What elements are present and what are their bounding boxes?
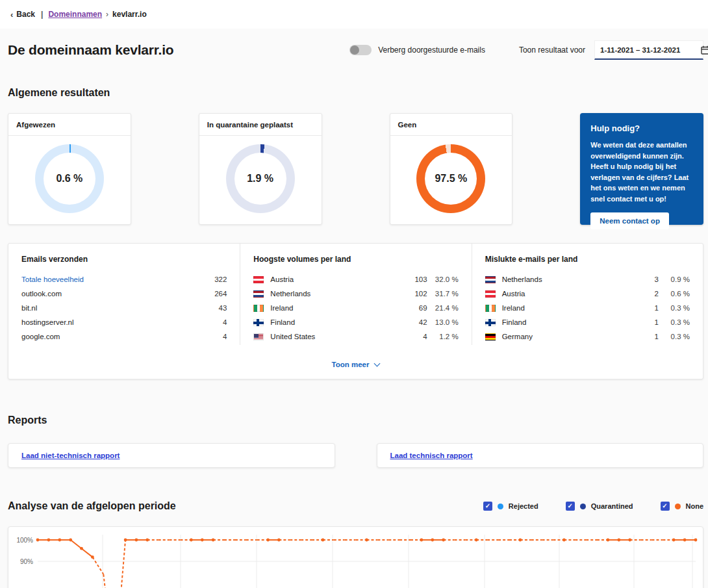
page-title: De domeinnaam kevlarr.io: [8, 42, 173, 58]
stat-count: 69: [404, 304, 427, 312]
report-card: Laad niet-technisch rapport: [8, 443, 335, 468]
stat-row: Ireland 6921.4 %: [253, 301, 458, 315]
show-more-button[interactable]: Toon meer: [8, 345, 703, 379]
donut-chart: 0.6 %: [35, 144, 104, 213]
chevron-down-icon: [374, 360, 381, 366]
at-flag-icon: [485, 290, 496, 298]
legend-item-rejected: ✓ Rejected: [483, 502, 538, 511]
analysis-chart-card: 100%90%: [8, 526, 703, 588]
legend-label: None: [686, 502, 704, 510]
breadcrumb-separator: |: [41, 10, 43, 19]
section-title-reports: Reports: [8, 415, 703, 426]
back-label: Back: [16, 10, 35, 19]
stat-label: Austria: [485, 290, 635, 298]
de-flag-icon: [485, 333, 496, 340]
donut-chart: 1.9 %: [226, 144, 295, 213]
stats-column: Mislukte e-mails per land Netherlands 30…: [472, 244, 703, 345]
chevron-left-icon: ‹: [10, 10, 13, 19]
legend-checkbox[interactable]: ✓: [483, 502, 492, 511]
general-results-grid: Afgewezen 0.6 % In quarantaine geplaatst…: [8, 113, 703, 225]
stat-percent: 0.3 %: [659, 318, 690, 326]
donut-value: 1.9 %: [247, 173, 273, 185]
legend-checkbox[interactable]: ✓: [566, 502, 575, 511]
fi-flag-icon: [253, 319, 264, 326]
stat-count: 4: [203, 318, 227, 326]
help-card: Hulp nodig? We weten dat deze aantallen …: [580, 113, 703, 225]
stat-count: 43: [203, 304, 227, 312]
stat-percent: 0.3 %: [659, 304, 690, 312]
nl-flag-icon: [253, 290, 264, 298]
stat-row: Finland 10.3 %: [485, 315, 690, 329]
stat-label: Ireland: [485, 304, 635, 312]
contact-button[interactable]: Neem contact op: [590, 212, 669, 229]
stat-row: outlook.com 264: [21, 287, 227, 301]
donut-card-title: In quarantaine geplaatst: [199, 114, 322, 136]
donut-value: 97.5 %: [435, 173, 467, 185]
legend-item-none: ✓ None: [661, 502, 704, 511]
nl-flag-icon: [485, 276, 496, 283]
analysis-line-chart: 100%90%: [8, 530, 703, 588]
legend-label: Quarantined: [591, 502, 633, 510]
legend-dot-icon: [580, 504, 586, 509]
stat-row: Ireland 10.3 %: [485, 301, 690, 315]
hide-forwarded-toggle[interactable]: [349, 45, 372, 55]
legend-checkbox[interactable]: ✓: [661, 502, 670, 511]
chevron-right-icon: ›: [106, 10, 108, 19]
stat-row: United States 41.2 %: [253, 329, 458, 344]
legend-dot-icon: [498, 504, 503, 509]
stat-label: Finland: [485, 318, 635, 326]
breadcrumb-link-domeinnamen[interactable]: Domeinnamen: [48, 10, 102, 19]
report-card: Laad technisch rapport: [377, 443, 704, 468]
ie-flag-icon: [485, 305, 496, 312]
stat-percent: 31.7 %: [427, 290, 459, 298]
stat-percent: 0.3 %: [659, 333, 690, 340]
svg-text:90%: 90%: [20, 558, 33, 565]
legend-dot-icon: [675, 504, 681, 509]
date-range-input[interactable]: [600, 46, 701, 54]
stat-count: 2: [635, 290, 659, 298]
help-card-body: We weten dat deze aantallen overweldigen…: [590, 140, 693, 204]
back-link[interactable]: ‹ Back: [10, 10, 35, 19]
stat-label: bit.nl: [21, 304, 203, 312]
email-stats-card: Emails verzonden Totale hoeveelheid 322 …: [8, 243, 703, 379]
report-download-link[interactable]: Laad technisch rapport: [390, 452, 473, 459]
stat-count: 1: [635, 304, 659, 312]
stat-row: Austria 10332.0 %: [253, 272, 458, 287]
stat-label: outlook.com: [21, 290, 203, 298]
date-range-field[interactable]: [594, 40, 703, 60]
stat-label: Ireland: [253, 304, 403, 312]
donut-card-title: Geen: [390, 114, 512, 136]
stat-row: Netherlands 30.9 %: [485, 272, 690, 287]
stat-percent: 0.6 %: [659, 290, 690, 298]
stat-label: Germany: [485, 333, 635, 340]
chart-legend: ✓ Rejected ✓ Quarantined ✓ None: [483, 502, 703, 511]
stat-count: 103: [404, 275, 427, 283]
stat-percent: 1.2 %: [427, 333, 459, 340]
donut-chart: 97.5 %: [416, 144, 485, 213]
donut-card: In quarantaine geplaatst 1.9 %: [199, 113, 322, 225]
donut-card: Afgewezen 0.6 %: [8, 113, 131, 225]
stat-label[interactable]: Totale hoeveelheid: [21, 275, 203, 283]
stat-row: google.com 4: [21, 329, 227, 344]
calendar-icon[interactable]: [701, 45, 708, 55]
analysis-header-row: Analyse van de afgelopen periode ✓ Rejec…: [8, 500, 703, 512]
stat-count: 4: [203, 333, 227, 340]
stat-percent: 21.4 %: [427, 304, 459, 312]
stat-row: hostingserver.nl 4: [21, 315, 227, 329]
stat-row: Totale hoeveelheid 322: [21, 272, 227, 287]
at-flag-icon: [253, 276, 264, 283]
stat-count: 3: [635, 275, 659, 283]
donut-card-title: Afgewezen: [8, 114, 131, 136]
legend-label: Rejected: [509, 502, 538, 510]
stat-label: United States: [253, 333, 403, 340]
stat-count: 1: [635, 333, 659, 340]
stat-label: hostingserver.nl: [21, 318, 203, 326]
reports-grid: Laad niet-technisch rapport Laad technis…: [8, 443, 703, 468]
report-download-link[interactable]: Laad niet-technisch rapport: [21, 452, 120, 459]
stat-count: 322: [203, 275, 227, 283]
stat-label: Netherlands: [485, 275, 635, 283]
help-card-title: Hulp nodig?: [590, 123, 693, 133]
section-title-analysis: Analyse van de afgelopen periode: [8, 500, 176, 512]
stat-count: 42: [404, 318, 427, 326]
hide-forwarded-toggle-label: Verberg doorgestuurde e-mails: [378, 45, 485, 55]
